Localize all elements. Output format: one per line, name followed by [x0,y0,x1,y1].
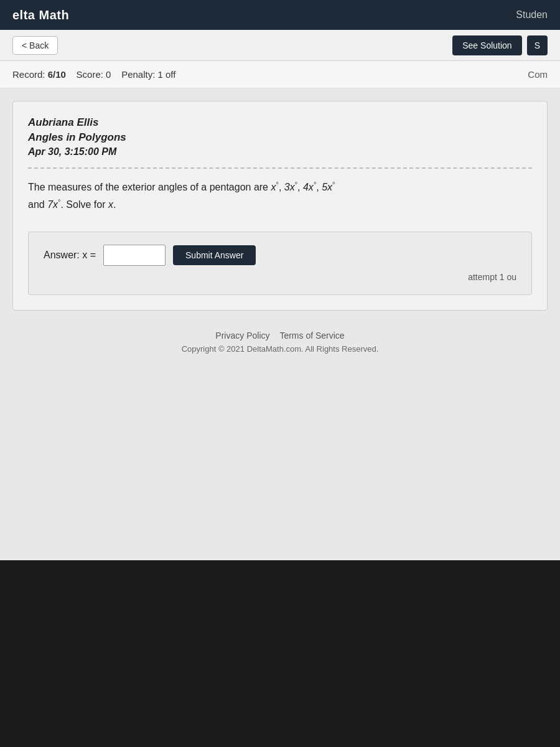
back-button[interactable]: < Back [12,36,58,55]
brand-logo: elta Math [12,8,69,22]
date-time: Apr 30, 3:15:00 PM [28,146,532,157]
com-label: Com [528,69,548,80]
see-solution-button[interactable]: See Solution [452,35,521,55]
score-label: Score: 0 [77,69,111,80]
footer-area: Privacy Policy Terms of Service Copyrigh… [12,321,548,364]
penalty-label: Penalty: 1 off [121,69,175,80]
answer-section: Answer: x = Submit Answer attempt 1 ou [28,232,532,295]
bottom-dark-area [0,560,560,747]
privacy-policy-link[interactable]: Privacy Policy [215,331,269,341]
problem-text: The measures of the exterior angles of a… [28,179,532,213]
answer-label: Answer: x = [44,250,96,261]
answer-row: Answer: x = Submit Answer [44,245,516,266]
skip-button[interactable]: S [527,35,548,55]
submit-answer-button[interactable]: Submit Answer [173,245,256,265]
answer-input[interactable] [103,245,166,266]
attempt-text: attempt 1 ou [468,272,516,282]
record-value: 6/10 [48,69,66,80]
divider [28,167,532,169]
main-content: Aubriana Ellis Angles in Polygons Apr 30… [0,88,560,560]
problem-card: Aubriana Ellis Angles in Polygons Apr 30… [12,101,548,311]
student-label: Studen [516,9,548,21]
copyright-text: Copyright © 2021 DeltaMath.com. All Righ… [22,344,538,354]
top-navigation: elta Math Studen [0,0,560,30]
topic-name: Angles in Polygons [28,131,532,144]
sub-nav-right: See Solution S [452,35,548,55]
record-label: Record: [12,69,45,80]
footer-links: Privacy Policy Terms of Service [22,331,538,341]
record-info: Record: 6/10 Score: 0 Penalty: 1 off [12,69,175,80]
sub-navigation: < Back See Solution S [0,30,560,61]
terms-of-service-link[interactable]: Terms of Service [279,331,344,341]
student-name: Aubriana Ellis [28,116,532,129]
record-bar: Record: 6/10 Score: 0 Penalty: 1 off Com [0,61,560,88]
